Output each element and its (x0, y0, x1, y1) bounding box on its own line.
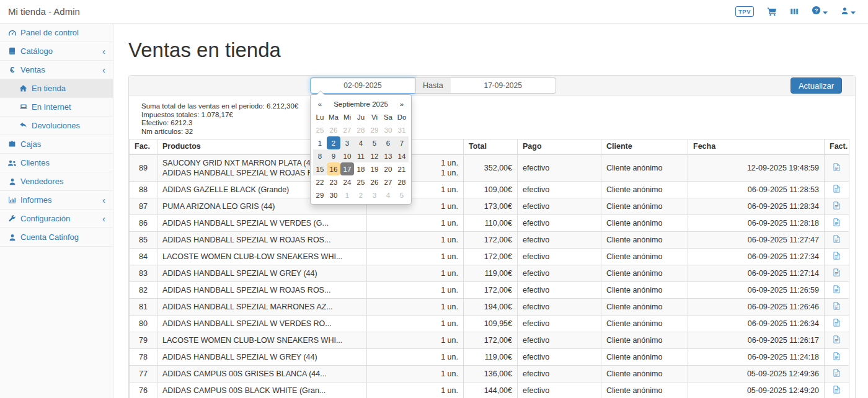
sales-table: Fac.ProductosTotalPagoClienteFechaFact. … (129, 139, 849, 398)
cart-icon[interactable] (767, 7, 777, 16)
calendar-day[interactable]: 31 (395, 123, 409, 136)
calendar-day[interactable]: 25 (313, 123, 327, 136)
help-menu[interactable]: ? (812, 6, 828, 17)
calendar-day[interactable]: 4 (381, 188, 395, 201)
calendar-day[interactable]: 5 (395, 188, 409, 201)
sidebar-item-ventas[interactable]: €Ventas‹ (0, 61, 113, 79)
calendar-day[interactable]: 23 (327, 175, 340, 188)
calendar-day[interactable]: 4 (354, 136, 368, 149)
units: 1 un. (367, 315, 464, 332)
calendar-day[interactable]: 3 (368, 188, 381, 201)
column-header-cliente: Cliente (601, 139, 688, 154)
calendar-day[interactable]: 9 (327, 149, 340, 162)
calendar-day[interactable]: 30 (327, 188, 340, 201)
calendar-day[interactable]: 21 (395, 162, 409, 175)
calendar-day[interactable]: 26 (327, 123, 340, 136)
calendar-day[interactable]: 27 (340, 123, 354, 136)
calendar-day[interactable]: 16 (327, 162, 340, 175)
invoice-document-icon[interactable] (833, 352, 840, 362)
total-amount: 109,00€ (464, 181, 518, 198)
sidebar-item-cajas[interactable]: Cajas (0, 135, 113, 154)
calendar-day[interactable]: 1 (340, 188, 354, 201)
datepicker-prev-button[interactable]: « (313, 97, 327, 110)
calendar-day[interactable]: 20 (381, 162, 395, 175)
datepicker-dow-label: Ma (327, 110, 340, 123)
invoice-document-icon[interactable] (833, 235, 840, 245)
calendar-day[interactable]: 18 (354, 162, 368, 175)
sidebar-item-devoluciones[interactable]: Devoluciones (0, 117, 113, 135)
sidebar-item-clientes[interactable]: Clientes (0, 154, 113, 172)
sidebar-item-cuenta-catinfog[interactable]: Cuenta Catinfog (0, 228, 113, 247)
calendar-day[interactable]: 13 (381, 149, 395, 162)
product-name: ADIDAS HANDBALL SPEZIAL W GREY (44) (162, 352, 361, 362)
hasta-label: Hasta (415, 77, 451, 94)
calendar-day[interactable]: 29 (313, 188, 327, 201)
calendar-day[interactable]: 2 (327, 136, 340, 149)
calendar-day[interactable]: 3 (340, 136, 354, 149)
invoice-document-icon[interactable] (833, 218, 840, 228)
calendar-day[interactable]: 17 (340, 162, 354, 175)
chevron-left-icon: ‹ (102, 65, 105, 74)
datepicker-next-button[interactable]: » (395, 97, 409, 110)
invoice-document-icon[interactable] (833, 268, 840, 278)
sidebar-item-en-internet[interactable]: En Internet (0, 98, 113, 117)
sidebar-item-label: Devoluciones (32, 121, 80, 130)
topbar: Mi tienda - Admin TPV ? (0, 0, 868, 24)
sidebar-item-catalogo[interactable]: Catálogo‹ (0, 42, 113, 61)
home-icon (19, 84, 28, 92)
calendar-day[interactable]: 25 (354, 175, 368, 188)
calendar-day[interactable]: 2 (354, 188, 368, 201)
sidebar-item-en-tienda[interactable]: En tienda (0, 79, 113, 98)
date-from-input[interactable] (310, 77, 415, 94)
calendar-day[interactable]: 28 (354, 123, 368, 136)
calendar-day[interactable]: 10 (340, 149, 354, 162)
calendar-day[interactable]: 5 (368, 136, 381, 149)
product-name: ADIDAS CAMPUS 00S GRISES BLANCA (44... (162, 369, 361, 379)
invoice-document-icon[interactable] (833, 285, 840, 295)
tpv-button[interactable]: TPV (735, 6, 754, 17)
sidebar-item-configuracion[interactable]: Configuración‹ (0, 210, 113, 228)
calendar-day[interactable]: 1 (313, 136, 327, 149)
datepicker-month-title[interactable]: Septiembre 2025 (327, 97, 395, 110)
calendar-day[interactable]: 8 (313, 149, 327, 162)
sidebar-item-label: Cajas (20, 139, 41, 149)
calendar-day[interactable]: 19 (368, 162, 381, 175)
calendar-day[interactable]: 11 (354, 149, 368, 162)
calendar-day[interactable]: 24 (340, 175, 354, 188)
calendar-day[interactable]: 29 (368, 123, 381, 136)
total-amount: 173,00€ (464, 198, 518, 214)
update-button[interactable]: Actualizar (790, 77, 842, 94)
product-names: LACOSTE WOMEN CLUB-LOW SNEAKERS WHI... (157, 332, 367, 348)
table-row: 84LACOSTE WOMEN CLUB-LOW SNEAKERS WHI...… (130, 248, 849, 265)
sidebar-item-panel-de-control[interactable]: Panel de control (0, 24, 113, 42)
date-to-input[interactable] (451, 77, 556, 94)
invoice-document-icon[interactable] (833, 163, 840, 173)
calendar-day[interactable]: 7 (395, 136, 409, 149)
invoice-cell (825, 248, 849, 265)
calendar-day[interactable]: 28 (395, 175, 409, 188)
calendar-day[interactable]: 12 (368, 149, 381, 162)
product-name: ADIDAS HANDBALL SPEZIAL W GREY (44) (162, 268, 361, 278)
invoice-document-icon[interactable] (833, 335, 840, 345)
calendar-day[interactable]: 30 (381, 123, 395, 136)
briefcase-icon (7, 140, 17, 148)
calendar-day[interactable]: 15 (313, 162, 327, 175)
user-menu[interactable] (841, 6, 856, 17)
payment-method: efectivo (518, 248, 601, 265)
invoice-document-icon[interactable] (833, 185, 840, 195)
sidebar-item-informes[interactable]: Informes‹ (0, 191, 113, 210)
calendar-day[interactable]: 14 (395, 149, 409, 162)
barcode-icon[interactable] (790, 7, 799, 15)
calendar-day[interactable]: 27 (381, 175, 395, 188)
invoice-document-icon[interactable] (833, 319, 840, 329)
invoice-document-icon[interactable] (833, 302, 840, 312)
invoice-document-icon[interactable] (833, 252, 840, 262)
invoice-document-icon[interactable] (833, 201, 840, 211)
invoice-document-icon[interactable] (833, 369, 840, 379)
sidebar-item-vendedores[interactable]: Vendedores (0, 172, 113, 191)
calendar-day[interactable]: 6 (381, 136, 395, 149)
sale-date: 06-09-2025 11:28:53 (688, 181, 825, 198)
calendar-day[interactable]: 22 (313, 175, 327, 188)
calendar-day[interactable]: 26 (368, 175, 381, 188)
invoice-document-icon[interactable] (833, 386, 840, 396)
